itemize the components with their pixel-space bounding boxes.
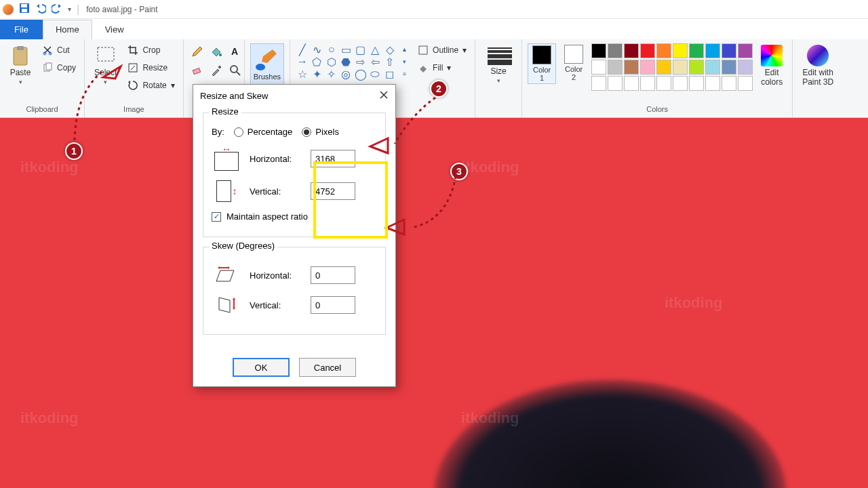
color-swatch[interactable] [640,60,655,75]
watermark: itkoding [665,294,723,312]
picker-tool[interactable] [208,62,224,79]
color-swatch-empty[interactable] [624,76,639,91]
skew-vertical-icon [212,295,241,315]
outline-button[interactable]: Outline ▾ [415,43,469,57]
color-swatch[interactable] [608,60,623,75]
maintain-aspect-checkbox[interactable]: ✓Maintain aspect ratio [212,211,308,222]
qat-dropdown-icon[interactable]: ▾ [68,5,71,13]
save-icon[interactable] [19,3,30,16]
vertical-input[interactable] [311,182,355,200]
magnifier-tool[interactable] [227,62,243,79]
color-swatch[interactable] [673,43,688,58]
color-swatch-empty[interactable] [608,76,623,91]
color-swatch-empty[interactable] [656,76,671,91]
skew-v-input[interactable] [311,296,355,314]
group-label-image: Image [90,105,178,115]
paste-button[interactable]: Paste ▾ [5,43,35,87]
color-swatch[interactable] [591,60,606,75]
color-swatch[interactable] [689,43,704,58]
canvas-area[interactable]: itkoding itkoding itkoding itkoding itko… [0,118,868,488]
rotate-button[interactable]: Rotate ▾ [125,79,177,92]
color-swatch[interactable] [591,43,606,58]
title-bar: ▾ | foto awal.jpg - Paint [0,0,868,19]
color-swatch[interactable] [608,43,623,58]
cut-button[interactable]: Cut [39,43,79,57]
color2-button[interactable]: Color 2 [560,43,587,83]
svg-text:A: A [231,46,238,57]
svg-rect-1 [21,4,27,7]
skew-horizontal-icon [212,265,241,285]
watermark: itkoding [461,159,519,176]
horizontal-resize-icon: ↔ [212,146,241,171]
copy-button[interactable]: Copy [39,61,79,75]
vertical-resize-icon: ↕ [212,180,241,202]
chevron-down-icon: ▾ [171,81,175,90]
resize-button[interactable]: Resize [125,61,177,75]
color-swatch[interactable] [640,43,655,58]
color-swatch[interactable] [705,43,720,58]
vertical-label: Vertical: [250,186,302,197]
edit-colors-button[interactable]: Edit colors [757,43,787,88]
text-tool[interactable]: A [227,43,243,60]
crop-button[interactable]: Crop [125,43,177,57]
close-icon[interactable] [379,90,389,102]
group-label-colors: Colors [528,105,787,115]
color-swatch[interactable] [656,43,671,58]
color-swatch[interactable] [689,60,704,75]
color-swatch[interactable] [738,60,753,75]
pencil-tool[interactable] [189,43,205,60]
resize-legend: Resize [209,106,241,117]
color-swatch[interactable] [705,60,720,75]
skew-h-input[interactable] [311,266,355,284]
horizontal-input[interactable] [311,150,355,167]
tab-view[interactable]: View [92,20,137,39]
radio-pixels[interactable]: Pixels [302,127,339,137]
tab-home[interactable]: Home [43,20,92,39]
svg-rect-13 [193,68,200,74]
color-swatch-empty[interactable] [640,76,655,91]
svg-point-15 [231,66,237,73]
shapes-gallery[interactable]: ╱∿○▭▢△◇▲ →⬠⬡⬣⇨⇦⇧▾ ☆✦✧◎◯⬭◻≡ [296,43,411,80]
watermark: itkoding [20,409,79,427]
group-image: Select ▾ Crop Resize Rotate ▾ Image [85,39,184,117]
ok-button[interactable]: OK [233,358,290,377]
window-title: foto awal.jpg - Paint [86,5,157,14]
undo-icon[interactable] [35,3,46,16]
tab-file[interactable]: File [0,20,43,39]
svg-rect-8 [46,63,52,70]
color-swatch[interactable] [673,60,688,75]
color-swatch[interactable] [624,60,639,75]
eraser-tool[interactable] [189,62,205,79]
paint3d-button[interactable]: Edit with Paint 3D [798,43,837,88]
size-button[interactable]: Size ▾ [481,43,516,85]
color-swatch[interactable] [624,43,639,58]
skew-fieldset: Skew (Degrees) Horizontal: Vertical: [203,247,386,335]
chevron-down-icon: ▾ [19,79,22,85]
color2-swatch [564,45,583,64]
group-paint3d: Edit with Paint 3D [793,39,843,117]
radio-percentage[interactable]: Percentage [234,127,293,137]
color-swatch[interactable] [738,43,753,58]
color-palette[interactable] [591,43,753,91]
color-swatch-empty[interactable] [722,76,736,91]
color1-button[interactable]: Color 1 [528,43,556,84]
fill-tool[interactable] [208,43,224,60]
fill-button[interactable]: Fill ▾ [415,61,469,75]
color1-swatch [532,45,551,64]
cancel-button[interactable]: Cancel [299,358,356,377]
svg-point-16 [256,64,265,70]
color-swatch[interactable] [722,43,736,58]
color-swatch-empty[interactable] [689,76,704,91]
color-swatch-empty[interactable] [591,76,606,91]
color-swatch[interactable] [656,60,671,75]
skew-v-label: Vertical: [250,300,302,310]
redo-icon[interactable] [52,3,62,16]
annotation-pointer-1 [100,61,123,84]
annotation-badge-1: 1 [65,142,83,160]
svg-rect-4 [17,46,24,50]
svg-rect-9 [98,47,114,61]
color-swatch-empty[interactable] [738,76,753,91]
color-swatch-empty[interactable] [705,76,720,91]
color-swatch[interactable] [722,60,736,75]
color-swatch-empty[interactable] [673,76,688,91]
